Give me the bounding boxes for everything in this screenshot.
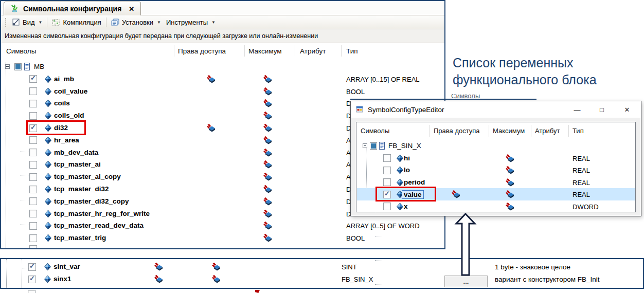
row-checkbox[interactable] bbox=[383, 178, 391, 186]
settings-menu-button[interactable]: Установки ▼ bbox=[109, 17, 164, 27]
tree-guide-line bbox=[375, 236, 382, 236]
open-type-editor-button[interactable]: ... bbox=[444, 276, 488, 287]
row-checkbox[interactable] bbox=[383, 154, 391, 162]
tree-guide-line bbox=[375, 260, 382, 261]
row-checkbox[interactable] bbox=[29, 100, 37, 107]
variable-icon bbox=[45, 222, 51, 229]
toolbar-grip[interactable] bbox=[5, 18, 7, 27]
up-arrow bbox=[453, 212, 478, 277]
variable-icon bbox=[45, 76, 51, 83]
check-mark-icon: ✓ bbox=[29, 262, 35, 270]
variable-name-label[interactable]: period bbox=[404, 178, 425, 186]
row-checkbox[interactable] bbox=[29, 197, 37, 205]
tree-root-label[interactable]: FB_SIN_X bbox=[388, 142, 421, 150]
tree-row[interactable]: tcp_master_read_dev_dataARRAY [0..5] OF … bbox=[1, 219, 444, 232]
type-label: BOOL bbox=[346, 234, 365, 242]
tree-row[interactable]: tcp_master_trigBOOL bbox=[1, 232, 444, 244]
variable-name-label[interactable]: hr_area bbox=[54, 136, 79, 144]
symbol-config-icon: </> bbox=[10, 5, 19, 13]
symbol-list-icon bbox=[24, 63, 31, 70]
row-checkbox[interactable] bbox=[29, 210, 37, 217]
row-checkbox[interactable]: ✓ bbox=[28, 263, 36, 271]
maximize-button[interactable]: □ bbox=[594, 101, 610, 118]
symbol-list-icon bbox=[379, 142, 386, 150]
variable-name-label[interactable]: tcp_master_di32 bbox=[54, 185, 109, 193]
maximum-icon bbox=[263, 197, 272, 206]
row-checkbox[interactable]: ✓ bbox=[29, 75, 37, 83]
toolbar-separator bbox=[47, 17, 47, 27]
maximum-icon bbox=[263, 222, 272, 230]
variable-name-label[interactable]: tcp_master_trig bbox=[54, 234, 106, 242]
tree-row[interactable]: ✓sint_varSINT1 byte - знаковое целое bbox=[1, 261, 643, 273]
row-checkbox[interactable] bbox=[29, 186, 37, 193]
variable-name-label[interactable]: hi bbox=[404, 154, 410, 162]
row-checkbox[interactable] bbox=[29, 112, 37, 120]
variable-name-label[interactable]: tcp_master_ai bbox=[54, 160, 101, 168]
variable-name-label[interactable]: coils_old bbox=[54, 112, 84, 119]
row-checkbox[interactable] bbox=[383, 167, 391, 174]
editor-column-attribute: Атрибут bbox=[535, 127, 560, 135]
editor-column-maximum: Максимум bbox=[493, 127, 525, 135]
variable-name-label[interactable]: tcp_master_hr_reg_for_write bbox=[54, 210, 150, 217]
close-button[interactable]: ✕ bbox=[619, 101, 635, 118]
column-header-maximum: Максимум bbox=[248, 47, 282, 55]
tab-close-icon[interactable]: ✕ bbox=[129, 5, 134, 13]
type-label: ARRAY [0..15] OF REAL bbox=[346, 76, 420, 83]
tools-menu-button[interactable]: Инструменты ▼ bbox=[164, 17, 218, 27]
background-window-fragment: Символы bbox=[350, 94, 536, 101]
maximum-icon bbox=[263, 112, 272, 120]
build-button[interactable]: Компиляция bbox=[49, 17, 103, 27]
check-mark-icon: ✓ bbox=[29, 274, 35, 282]
row-checkbox[interactable] bbox=[383, 203, 391, 210]
root-checkbox[interactable] bbox=[370, 142, 377, 150]
view-menu-button[interactable]: Вид ▼ bbox=[10, 17, 45, 27]
variable-name-label[interactable]: tcp_master_ai_copy bbox=[54, 173, 121, 180]
row-checkbox[interactable] bbox=[29, 234, 37, 242]
variable-icon bbox=[44, 276, 51, 283]
variable-name-label[interactable]: tcp_master_read_dev_data bbox=[54, 222, 144, 229]
variable-name-label[interactable]: coil_value bbox=[54, 87, 87, 95]
variable-name-label[interactable]: sint_var bbox=[53, 263, 80, 270]
description-label: 1 byte - знаковое целое bbox=[495, 263, 570, 271]
tab-symbol-configuration[interactable]: </> Символьная конфигурация ✕ bbox=[4, 2, 141, 15]
tree-row[interactable]: ✓ai_mbARRAY [0..15] OF REAL bbox=[1, 73, 444, 85]
minus-glyph bbox=[364, 145, 366, 146]
root-checkbox[interactable] bbox=[14, 63, 22, 70]
variable-name-label[interactable]: mb_dev_data bbox=[54, 149, 98, 156]
tree-row[interactable]: loREAL bbox=[356, 164, 635, 176]
tree-guide-line bbox=[23, 268, 28, 269]
minimize-button[interactable]: — bbox=[569, 101, 585, 118]
variable-name-label[interactable]: coils bbox=[54, 99, 70, 107]
variable-name-label[interactable]: lo bbox=[404, 166, 410, 174]
tree-row[interactable]: xDWORD bbox=[356, 200, 635, 213]
row-checkbox[interactable] bbox=[29, 173, 37, 181]
variable-name-label[interactable]: tcp_master_di32_copy bbox=[54, 197, 129, 205]
row-checkbox[interactable]: ✓ bbox=[28, 276, 36, 283]
variable-icon bbox=[44, 263, 51, 270]
tree-row[interactable]: ✓sinx1FB_SIN_Xвариант с конструктором FB… bbox=[1, 273, 643, 285]
tree-collapse-icon[interactable] bbox=[363, 143, 367, 148]
maximum-icon bbox=[263, 210, 272, 218]
row-checkbox[interactable] bbox=[29, 136, 37, 144]
column-divider bbox=[341, 45, 342, 57]
row-checkbox[interactable] bbox=[29, 222, 37, 230]
variable-icon bbox=[45, 234, 51, 242]
tree-collapse-icon[interactable] bbox=[5, 64, 10, 69]
row-checkbox[interactable] bbox=[29, 87, 37, 95]
column-header-symbols: Символы bbox=[6, 47, 36, 55]
variable-name-label[interactable]: x bbox=[404, 203, 408, 210]
tree-row[interactable]: hiREAL bbox=[356, 152, 635, 164]
partial-check-fill bbox=[371, 143, 376, 149]
description-label: вариант с конструктором FB_Init bbox=[495, 276, 599, 283]
row-checkbox[interactable] bbox=[29, 161, 37, 169]
callout-line-1: Список переменных bbox=[453, 54, 597, 71]
row-checkbox[interactable] bbox=[29, 149, 37, 156]
window-form-icon bbox=[356, 106, 364, 113]
tree-root-label[interactable]: MB bbox=[34, 63, 44, 70]
type-label: REAL bbox=[573, 179, 590, 187]
variable-name-label[interactable]: sinx1 bbox=[53, 275, 71, 283]
settings-menu-label: Установки bbox=[122, 19, 153, 26]
editor-column-type: Тип bbox=[573, 127, 584, 135]
variable-name-label[interactable]: ai_mb bbox=[54, 75, 74, 83]
maximum-icon bbox=[263, 185, 272, 193]
